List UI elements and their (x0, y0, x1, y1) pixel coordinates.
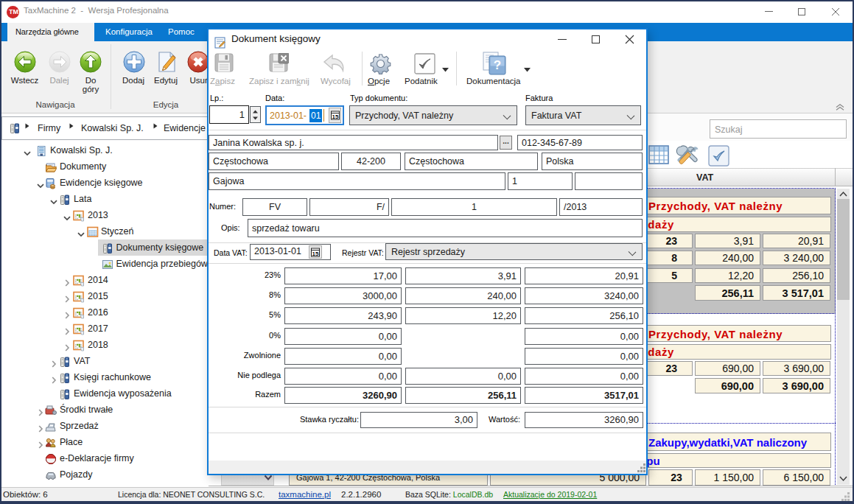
svg-text:15: 15 (312, 251, 319, 257)
svg-text:15: 15 (332, 113, 339, 120)
svg-text:?: ? (494, 58, 501, 72)
